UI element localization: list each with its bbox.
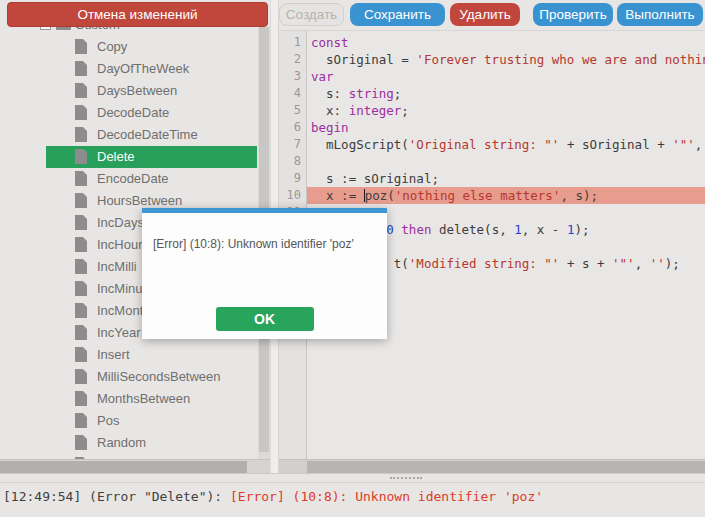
file-icon [75, 325, 87, 340]
file-icon [75, 303, 87, 318]
tree-item-label: Delete [97, 149, 135, 164]
code-line-3: var [311, 68, 334, 85]
tree-item-label: Copy [97, 39, 127, 54]
line-number: 1 [279, 34, 301, 51]
tree-item-label: IncHour [97, 237, 143, 252]
file-icon [75, 61, 87, 76]
tree-item-encodedate[interactable]: EncodeDate [0, 168, 270, 190]
tree-item-label: MilliSecondsBetween [97, 369, 221, 384]
line-number: 4 [279, 85, 301, 102]
line-number: 7 [279, 136, 301, 153]
file-icon [75, 237, 87, 252]
file-icon [75, 149, 87, 164]
run-button[interactable]: Выполнить [617, 3, 703, 26]
file-icon [75, 193, 87, 208]
line-number: 9 [279, 170, 301, 187]
file-icon [75, 435, 87, 450]
code-line-7: mLogScript('Original string: "' + sOrigi… [311, 136, 705, 153]
tree-item-dayoftheweek[interactable]: DayOfTheWeek [0, 58, 270, 80]
status-timestamp: [12:49:54] (Error "Delete"): [3, 489, 230, 504]
tree-item-label: MonthsBetween [97, 391, 190, 406]
tree-item-label: DayOfTheWeek [97, 61, 189, 76]
code-line-10: x := poz('nothing else matters', s); [311, 187, 598, 204]
tree-horizontal-scrollbar[interactable] [0, 459, 270, 473]
file-icon [75, 281, 87, 296]
file-icon [75, 457, 87, 459]
tree-item-label: IncYear [97, 325, 141, 340]
tree-item-label: IncMont [97, 303, 143, 318]
code-line-4: s: string; [311, 85, 401, 102]
tree-item-copy[interactable]: Copy [0, 36, 270, 58]
create-button: Создать [279, 3, 344, 26]
ok-button[interactable]: OK [216, 307, 314, 331]
save-button[interactable]: Сохранить [350, 3, 445, 26]
code-line-1: const [311, 34, 349, 51]
line-number: 5 [279, 102, 301, 119]
tree-item-label: Random [97, 435, 146, 450]
tree-item-label: Insert [97, 347, 130, 362]
line-number: 10 [279, 187, 301, 204]
cancel-changes-button[interactable]: Отмена изменений [7, 2, 268, 27]
line-number: 6 [279, 119, 301, 136]
editor-horizontal-scrollbar[interactable] [279, 459, 705, 473]
file-icon [75, 347, 87, 362]
file-icon [75, 83, 87, 98]
tree-item-label: IncMilli [97, 259, 137, 274]
file-icon [75, 39, 87, 54]
tree-item-pos[interactable]: Pos [0, 410, 270, 432]
code-line-2: sOriginal = 'Forever trusting who we are… [311, 51, 705, 68]
error-dialog-message: [Error] (10:8): Unknown identifier 'poz' [153, 237, 354, 251]
tree-item-label: IncDays [97, 215, 144, 230]
delete-button[interactable]: Удалить [450, 3, 520, 26]
scrollbar-thumb[interactable] [0, 461, 247, 473]
check-button[interactable]: Проверить [533, 3, 613, 26]
horizontal-splitter[interactable] [0, 473, 705, 482]
tree-item-label: DaysBetween [97, 83, 177, 98]
file-icon [75, 413, 87, 428]
file-icon [75, 369, 87, 384]
tree-item-delete[interactable]: Delete [0, 146, 270, 168]
file-icon [75, 259, 87, 274]
file-icon [75, 215, 87, 230]
scrollbar-thumb[interactable] [307, 461, 705, 473]
code-line-6: begin [311, 119, 349, 136]
file-icon [75, 105, 87, 120]
line-number: 3 [279, 68, 301, 85]
tree-item-daysbetween[interactable]: DaysBetween [0, 80, 270, 102]
status-error-text: [Error] (10:8): Unknown identifier 'poz' [230, 489, 543, 504]
status-message: [12:49:54] (Error "Delete"): [Error] (10… [3, 489, 543, 504]
tree-item-random[interactable]: Random [0, 432, 270, 454]
file-icon [75, 127, 87, 142]
status-bar: [12:49:54] (Error "Delete"): [Error] (10… [0, 482, 705, 517]
tree-item-label: Pos [97, 413, 119, 428]
tree-item-label: DecodeDate [97, 105, 169, 120]
tree-item[interactable] [0, 454, 270, 459]
tree-item-label: DecodeDateTime [97, 127, 198, 142]
tree-item-label: HoursBetween [97, 193, 182, 208]
tree-item-millisecondsbetween[interactable]: MilliSecondsBetween [0, 366, 270, 388]
app-window: CustomCopyDayOfTheWeekDaysBetweenDecodeD… [0, 0, 705, 517]
tree-item-label: IncMinu [97, 281, 143, 296]
file-icon [75, 171, 87, 186]
tree-item-decodedate[interactable]: DecodeDate [0, 102, 270, 124]
line-number: 2 [279, 51, 301, 68]
tree-item-monthsbetween[interactable]: MonthsBetween [0, 388, 270, 410]
line-number: 8 [279, 153, 301, 170]
tree-item-insert[interactable]: Insert [0, 344, 270, 366]
file-icon [75, 391, 87, 406]
tree-item-label: EncodeDate [97, 171, 169, 186]
code-line-5: x: integer; [311, 102, 409, 119]
tree-item-decodedatetime[interactable]: DecodeDateTime [0, 124, 270, 146]
error-dialog: [Error] (10:8): Unknown identifier 'poz'… [142, 208, 387, 339]
code-line-9: s := sOriginal; [311, 170, 439, 187]
